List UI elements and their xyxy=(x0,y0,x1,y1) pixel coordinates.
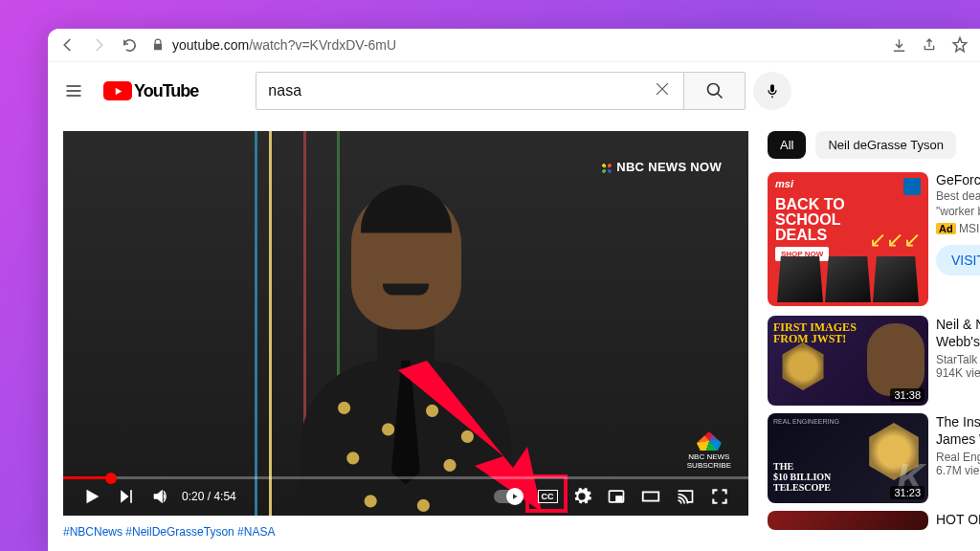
svg-rect-3 xyxy=(643,492,659,500)
url-domain: youtube.com xyxy=(172,37,249,53)
recommendation-thumbnail: REAL ENGINEERING THE$10 BILLIONTELESCOPE… xyxy=(768,413,928,503)
time-display: 0:20 / 4:54 xyxy=(182,490,236,503)
captions-button[interactable]: CC xyxy=(530,479,565,514)
chip-all[interactable]: All xyxy=(768,131,806,159)
browser-toolbar: youtube.com/watch?v=KVrdxDV-6mU xyxy=(48,29,980,62)
video-chyron: NBC NEWS NOW xyxy=(600,160,722,175)
cast-button[interactable] xyxy=(668,479,702,514)
miniplayer-button[interactable] xyxy=(599,479,634,514)
browser-window: youtube.com/watch?v=KVrdxDV-6mU YouTube xyxy=(48,29,980,551)
recommendation-thumbnail: FIRST IMAGESFROM JWST! 31:38 xyxy=(768,316,928,406)
youtube-wordmark: YouTube xyxy=(134,81,198,101)
recommendation-item[interactable]: REAL ENGINEERING THE$10 BILLIONTELESCOPE… xyxy=(768,413,980,503)
promo-info: GeForce Best deal "worker b Ad MSI VISIT xyxy=(936,172,980,306)
play-button[interactable] xyxy=(75,479,109,514)
url-path: /watch?v=KVrdxDV-6mU xyxy=(249,37,396,53)
next-button[interactable] xyxy=(109,479,144,514)
nbc-subscribe-badge: NBC NEWS SUBSCRIBE xyxy=(687,431,731,470)
filter-chips: All Neil deGrasse Tyson xyxy=(768,131,980,159)
voice-search-button[interactable] xyxy=(753,72,791,110)
svg-point-0 xyxy=(707,84,719,96)
theater-button[interactable] xyxy=(634,479,668,514)
menu-button[interactable] xyxy=(63,80,84,101)
volume-button[interactable] xyxy=(144,479,178,514)
recommendation-thumbnail xyxy=(768,511,928,530)
reload-button[interactable] xyxy=(121,36,138,54)
search-box[interactable] xyxy=(256,72,684,110)
chip-topic[interactable]: Neil deGrasse Tyson xyxy=(815,131,955,159)
back-button[interactable] xyxy=(59,36,77,54)
ad-badge: Ad xyxy=(936,223,956,234)
promo-card[interactable]: msi BACK TO SCHOOL DEALS SHOP NOW ↙↙↙ Ge… xyxy=(768,172,980,306)
fullscreen-button[interactable] xyxy=(702,479,737,514)
youtube-header: YouTube xyxy=(48,62,980,120)
recommendation-item[interactable]: FIRST IMAGESFROM JWST! 31:38 Neil & NWeb… xyxy=(768,316,980,406)
search-input[interactable] xyxy=(268,82,653,99)
video-hashtags[interactable]: #NBCNews #NeilDeGrasseTyson #NASA xyxy=(63,525,748,539)
player-controls: 0:20 / 4:54 CC xyxy=(63,477,748,516)
youtube-logo[interactable]: YouTube xyxy=(103,81,198,101)
video-frame: NBC NEWS NOW NBC NEWS SUBSCRIBE xyxy=(63,131,748,516)
recommendation-item[interactable]: HOT ONE xyxy=(768,511,980,530)
svg-rect-2 xyxy=(616,496,622,500)
video-player[interactable]: NBC NEWS NOW NBC NEWS SUBSCRIBE xyxy=(63,131,748,516)
download-icon[interactable] xyxy=(890,36,907,54)
promo-thumbnail: msi BACK TO SCHOOL DEALS SHOP NOW ↙↙↙ xyxy=(768,172,928,306)
share-icon[interactable] xyxy=(921,36,938,54)
search-button[interactable] xyxy=(684,72,746,110)
sidebar: All Neil deGrasse Tyson msi BACK TO SCHO… xyxy=(768,131,980,539)
youtube-play-icon xyxy=(103,81,132,100)
settings-button[interactable] xyxy=(565,479,599,514)
autoplay-toggle[interactable] xyxy=(494,490,523,503)
visit-site-button[interactable]: VISIT xyxy=(936,245,980,276)
lock-icon xyxy=(151,38,165,52)
address-bar[interactable]: youtube.com/watch?v=KVrdxDV-6mU xyxy=(151,37,877,53)
clear-search-button[interactable] xyxy=(653,79,672,102)
bookmark-icon[interactable] xyxy=(951,36,969,54)
forward-button[interactable] xyxy=(90,36,107,54)
